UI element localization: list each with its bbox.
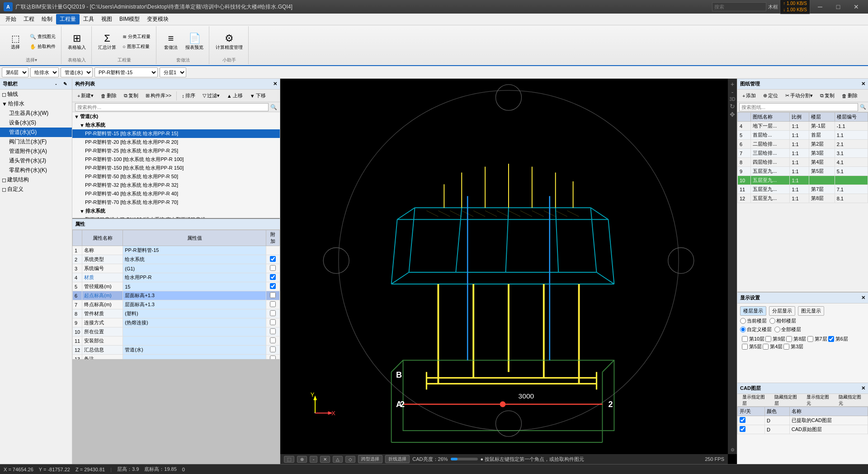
brightness-slider[interactable] bbox=[451, 458, 478, 460]
display-settings-close[interactable]: ✕ bbox=[861, 295, 865, 301]
copy-drawing-button[interactable]: ⧉复制 bbox=[817, 91, 838, 100]
pick-element-button[interactable]: ✋ 拾取构件 bbox=[27, 42, 58, 51]
comp-tree-ppr15[interactable]: PP-R塑料管-15 [给水系统 给水用PP-R 15] bbox=[72, 129, 280, 138]
table-row[interactable]: 8 四层给排... 1:1 第4层 4.1 bbox=[738, 158, 868, 167]
hide-layer-button[interactable]: 隐藏指定图层 bbox=[771, 393, 802, 408]
drawings-search-input[interactable] bbox=[739, 103, 858, 111]
comp-tree-root[interactable]: ▼ 管道(水) bbox=[72, 112, 280, 121]
table-row[interactable]: 9 五层至九... 1:1 第5层 5.1 bbox=[738, 167, 868, 176]
addon-checkbox-4[interactable] bbox=[270, 274, 276, 280]
delete-drawing-button[interactable]: 🗑删除 bbox=[839, 91, 861, 100]
filter-button[interactable]: ▽过滤▾ bbox=[199, 91, 223, 100]
drawings-search-icon[interactable]: 🔍 bbox=[860, 104, 866, 110]
sort-button[interactable]: ↕排序 bbox=[179, 91, 198, 100]
angle2-button[interactable]: ◇ bbox=[345, 456, 355, 463]
addon-checkbox-9[interactable] bbox=[270, 319, 276, 325]
floor-select[interactable]: 第6层第5层第4层 bbox=[2, 67, 28, 77]
mode-custom[interactable]: 自定义楼层 bbox=[740, 326, 772, 333]
table-row[interactable]: 10 所在位置 bbox=[73, 327, 280, 337]
addon-checkbox-3[interactable] bbox=[270, 265, 276, 271]
menu-item-draw[interactable]: 绘制 bbox=[38, 14, 56, 24]
search-input[interactable] bbox=[712, 2, 766, 11]
table-row[interactable]: 12 五层至九... 1:1 第8层 8.1 bbox=[738, 194, 868, 203]
addon-checkbox-5[interactable] bbox=[270, 283, 276, 289]
comp-tree-ppr150[interactable]: PP-R塑料管-150 [给水系统 给水用PP-R 150] bbox=[72, 164, 280, 172]
add-drawing-button[interactable]: +添加 bbox=[739, 91, 759, 100]
sub-qty-button[interactable]: ≋ 分类工程量 bbox=[120, 32, 153, 41]
addon-checkbox-13[interactable] bbox=[270, 356, 276, 359]
addon-checkbox-6[interactable] bbox=[270, 292, 276, 298]
nav-item-axis[interactable]: ◻ 轴线 bbox=[0, 90, 72, 99]
addon-checkbox-11[interactable] bbox=[270, 337, 276, 343]
addon-checkbox-7[interactable] bbox=[270, 301, 276, 307]
table-row[interactable]: 7 三层给排... 1:1 第3层 3.1 bbox=[738, 149, 868, 158]
comp-tree-drainage[interactable]: ▼ 排水系统 bbox=[72, 207, 280, 215]
show-element-button[interactable]: 显示指定图元 bbox=[803, 393, 834, 408]
table-row[interactable]: 5 管径规格(m) 15 bbox=[73, 282, 280, 291]
new-button[interactable]: +新建▾ bbox=[74, 91, 97, 100]
table-row[interactable]: 10 五层至九... 1:1 bbox=[738, 176, 868, 185]
circle-qty-button[interactable]: ○ 图形工程量 bbox=[120, 42, 153, 51]
comp-tree-ppr32[interactable]: PP-R塑料管-32 [给水系统 给水用PP-R 32] bbox=[72, 181, 280, 190]
layer-select[interactable]: 分层1分层2 bbox=[160, 67, 186, 77]
menu-item-project[interactable]: 工程 bbox=[20, 14, 38, 24]
move-down-button[interactable]: ▼下移 bbox=[247, 91, 269, 100]
nav-minus-button[interactable]: - bbox=[52, 80, 60, 88]
layer-8-check[interactable]: 第8层 bbox=[786, 336, 806, 342]
nav-item-custom[interactable]: ◻ 自定义 bbox=[0, 185, 72, 194]
comp-tree-ppr40[interactable]: PP-R塑料管-40 [给水系统 给水用PP-R 40] bbox=[72, 190, 280, 198]
addon-checkbox-12[interactable] bbox=[270, 346, 276, 352]
comp-tree-ppr20[interactable]: PP-R塑料管-20 [给水系统 给水用PP-R 20] bbox=[72, 138, 280, 147]
select-button[interactable]: ⬚ 选择 bbox=[5, 28, 26, 55]
mode-current[interactable]: 当前楼层 bbox=[740, 318, 767, 324]
table-row[interactable]: 9 连接方式 (热熔连接) bbox=[73, 318, 280, 327]
tab-layer-display[interactable]: 分层显示 bbox=[769, 306, 795, 316]
minimize-button[interactable]: ─ bbox=[812, 0, 828, 13]
material-select[interactable]: PP-R塑料管-15PP-R塑料管-20 bbox=[94, 67, 158, 77]
comp-tree-ppr70[interactable]: PP-R塑料管-70 [给水系统 给水用PP-R 70] bbox=[72, 198, 280, 207]
tab-element-display[interactable]: 图元显示 bbox=[798, 306, 824, 316]
addon-checkbox-10[interactable] bbox=[270, 328, 276, 334]
drawings-close[interactable]: ✕ bbox=[861, 81, 865, 87]
tab-floor-display[interactable]: 楼层显示 bbox=[740, 306, 766, 316]
comp-tree-ppr25[interactable]: PP-R塑料管-25 [给水系统 给水用PP-R 25] bbox=[72, 147, 280, 155]
delete-button[interactable]: 🗑删除 bbox=[98, 91, 120, 100]
close-button[interactable]: ✕ bbox=[848, 0, 864, 13]
table-row[interactable]: D 已提取的CAD图层 bbox=[738, 416, 868, 425]
show-layer-button[interactable]: 显示指定图层 bbox=[739, 393, 770, 408]
angle-button[interactable]: △ bbox=[333, 456, 343, 463]
report-preview-button[interactable]: 📄 报表预览 bbox=[183, 28, 206, 55]
table-row[interactable]: 4 材质 给水用PP-R bbox=[73, 273, 280, 282]
menu-item-tools[interactable]: 工具 bbox=[80, 14, 98, 24]
comp-tree-ppr50[interactable]: PP-R塑料管-50 [给水系统 给水用PP-R 50] bbox=[72, 172, 280, 181]
mode-all[interactable]: 全部楼层 bbox=[774, 326, 801, 333]
table-row[interactable]: 2 系统类型 给水系统 bbox=[73, 255, 280, 264]
nav-item-equipment[interactable]: 设备(水)(S) bbox=[0, 118, 72, 128]
cad-layer-1-toggle[interactable] bbox=[740, 417, 745, 423]
table-row[interactable]: 1 名称 PP-R塑料管-15 bbox=[73, 246, 280, 255]
table-row[interactable]: 11 五层至九... 1:1 第7层 7.1 bbox=[738, 185, 868, 194]
move-up-button[interactable]: ▲上移 bbox=[224, 91, 246, 100]
view-minus-button[interactable]: - bbox=[310, 456, 317, 463]
calc-precision-button[interactable]: ⚙ 计算精度管理 bbox=[213, 28, 245, 55]
layer-9-check[interactable]: 第9层 bbox=[765, 336, 785, 342]
menu-item-change[interactable]: 变更模块 bbox=[143, 14, 172, 24]
nav-item-pipe[interactable]: 管道(水)(G) bbox=[0, 128, 72, 137]
nav-item-connector[interactable]: 通头管件(水)(J) bbox=[0, 156, 72, 166]
table-row[interactable]: 7 终点标高(m) 层面标高+1.3 bbox=[73, 300, 280, 309]
table-row[interactable]: 13 备注 bbox=[73, 355, 280, 360]
table-input-button[interactable]: ⊞ 表格输入 bbox=[65, 28, 89, 55]
comp-search-input[interactable] bbox=[75, 103, 269, 111]
nav-item-fitting[interactable]: 管道附件(水)(A) bbox=[0, 147, 72, 156]
menu-item-start[interactable]: 开始 bbox=[2, 14, 20, 24]
mode-adjacent[interactable]: 相邻楼层 bbox=[769, 318, 796, 324]
comp-tree-ppr100[interactable]: PP-R塑料管-100 [给水系统 给水用PP-R 100] bbox=[72, 155, 280, 164]
maximize-button[interactable]: □ bbox=[830, 0, 846, 13]
nav-item-toilet[interactable]: 卫生器具(水)(W) bbox=[0, 109, 72, 118]
layer-10-check[interactable]: 第10层 bbox=[742, 336, 764, 342]
comp-search-icon[interactable]: 🔍 bbox=[270, 104, 277, 110]
snap-button[interactable]: ⊕ bbox=[297, 456, 307, 463]
span-select-button[interactable]: 跨型选择 bbox=[358, 455, 382, 463]
table-row[interactable]: 4 地下一层... 1:1 第-1层 -1.1 bbox=[738, 122, 868, 131]
hide-element-button[interactable]: 隐藏指定图元 bbox=[835, 393, 866, 408]
